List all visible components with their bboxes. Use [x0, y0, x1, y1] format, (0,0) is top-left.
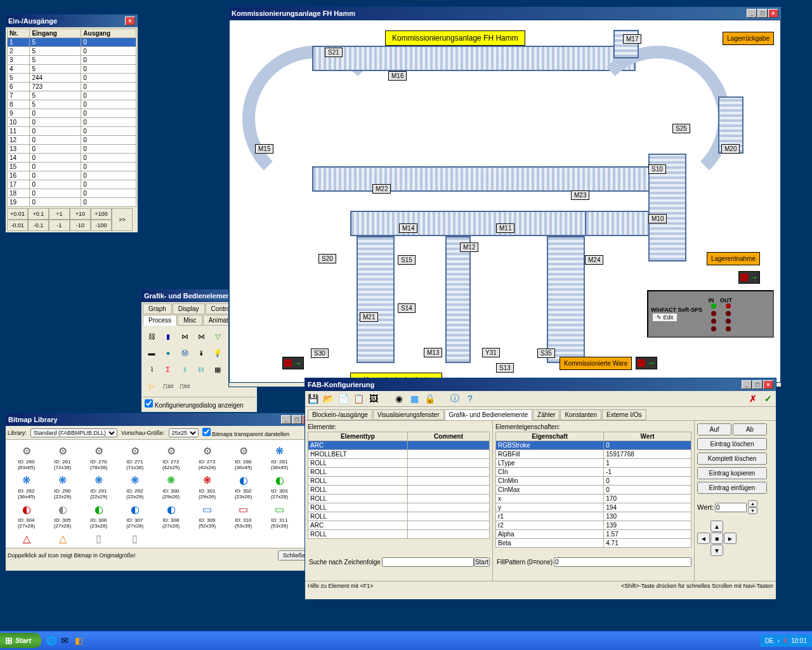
dec-button[interactable]: -0.01 [7, 220, 28, 231]
grid-icon[interactable]: ▦ [211, 363, 224, 376]
bitmap-item[interactable]: ◐ID: 306 (23x28) [82, 502, 115, 529]
spin-up[interactable]: ▲ [748, 500, 757, 507]
start-button[interactable]: Start [0, 633, 41, 648]
bitmap-item[interactable]: ❋ID: 291 (22x29) [82, 473, 115, 500]
palette-tab[interactable]: Misc [178, 315, 202, 326]
info-icon[interactable]: ⓘ [449, 393, 461, 404]
io-row[interactable]: 1800 [8, 189, 136, 198]
bitmap-titlebar[interactable]: Bitmap Library _ □ × [6, 413, 315, 426]
element-row[interactable]: ARC [308, 521, 490, 530]
bitmap-item[interactable]: ❋ID: 300 (29x26) [154, 473, 188, 500]
element-row[interactable]: ARC [308, 441, 490, 450]
nav-right[interactable]: ► [724, 533, 737, 544]
maximize-icon[interactable]: □ [757, 9, 768, 18]
tray-icon[interactable]: К [783, 637, 787, 644]
copy-button[interactable]: Eintrag kopieren [697, 467, 767, 479]
bitmap-item[interactable]: △ID: 320 (24x24) [10, 531, 43, 548]
minimize-icon[interactable]: _ [742, 380, 752, 389]
element-row[interactable]: HROLLBELT [308, 450, 490, 459]
bitmap-item[interactable]: ▯ID: 330 (26x61) [82, 531, 115, 548]
chain-icon[interactable]: ⛓ [145, 330, 158, 343]
browser-icon[interactable]: 🌐 [45, 635, 56, 646]
close-icon[interactable]: × [125, 17, 135, 25]
dec-button[interactable]: -0.1 [28, 220, 49, 231]
bitmap-item[interactable]: ⚙ID: 271 (71x38) [118, 444, 152, 470]
start-button[interactable]: Start [474, 557, 490, 567]
edit-button[interactable]: ✎ Edit [652, 313, 678, 322]
main-titlebar[interactable]: Kommissionierungsanlage FH Hamm _ □ × [229, 7, 781, 20]
io-row[interactable]: 67230 [8, 83, 136, 91]
element-row[interactable]: ROLL [308, 468, 490, 477]
prop-row[interactable]: r1130 [496, 512, 691, 521]
bitmap-item[interactable]: ◐ID: 305 (27x28) [46, 502, 79, 529]
bitmap-item[interactable]: ❋ID: 281 (36x45) [263, 444, 296, 470]
bitmap-item[interactable]: ❋ID: 292 (22x29) [118, 473, 152, 500]
auf-button[interactable]: Auf [697, 423, 731, 435]
fab-titlebar[interactable]: FAB-Konfigurierung _ □ × [305, 378, 776, 391]
element-row[interactable]: ROLL [308, 459, 490, 468]
paste-button[interactable]: Eintrag einfügen [697, 482, 767, 494]
io-row[interactable]: 150 [8, 38, 136, 47]
transparent-check[interactable]: Bitmaps transparent darstellen [202, 428, 290, 437]
bitmap-item[interactable]: ▭ID: 311 (53x39) [263, 502, 296, 529]
bitmap-item[interactable]: ▭ID: 310 (53x39) [226, 502, 260, 529]
io-row[interactable]: 900 [8, 109, 136, 118]
bulb-icon[interactable]: 💡 [211, 347, 224, 359]
bitmap-item[interactable]: ▯ID: 331 (26x61) [118, 531, 152, 548]
prop-row[interactable]: CIn-1 [496, 468, 691, 477]
triangle-icon[interactable]: ▽ [211, 330, 224, 343]
inc-button[interactable]: +1 [49, 208, 70, 220]
help-icon[interactable]: ? [464, 393, 476, 404]
io-row[interactable]: 1300 [8, 145, 136, 154]
prop-row[interactable]: CInMin0 [496, 477, 691, 486]
inc-button[interactable]: +0.1 [28, 208, 49, 220]
lock-icon[interactable]: 🔒 [424, 393, 435, 404]
mail-icon[interactable]: ✉ [59, 635, 70, 646]
spin-down[interactable]: ▼ [748, 507, 757, 514]
prop-row[interactable]: x170 [496, 494, 691, 503]
io-row[interactable]: 850 [8, 100, 136, 109]
palette-tab[interactable]: Process [143, 315, 177, 326]
bitmap-item[interactable]: ◐ID: 308 (27x28) [154, 502, 188, 529]
maximize-icon[interactable]: □ [292, 415, 302, 424]
grid-icon[interactable]: ▦ [409, 393, 420, 404]
close-icon[interactable]: × [763, 380, 773, 389]
io-row[interactable]: 1500 [8, 162, 136, 171]
bitmap-item[interactable]: ❋ID: 282 (36x45) [10, 473, 43, 500]
wert-input[interactable] [715, 503, 747, 512]
nav-down[interactable]: ▼ [710, 545, 723, 556]
fab-tab[interactable]: Externe I/Os [602, 409, 646, 420]
palette-dialog-check[interactable]: Konfigurierungsdialog anzeigen [145, 402, 244, 409]
delete-all-button[interactable]: Komplett löschen [697, 453, 767, 465]
lang-indicator[interactable]: DE [765, 637, 774, 644]
valve-icon[interactable]: ⋈ [178, 330, 191, 343]
palette-tab[interactable]: Graph [143, 303, 172, 314]
prop-row[interactable]: Beta4.71 [496, 539, 691, 548]
prop-row[interactable]: RGBStroke0 [496, 441, 691, 450]
element-row[interactable]: ROLL [308, 530, 490, 539]
io-row[interactable]: 450 [8, 65, 136, 74]
nav-up[interactable]: ▲ [710, 521, 723, 532]
io-row[interactable]: 350 [8, 56, 136, 65]
open-icon[interactable]: 📂 [322, 393, 334, 404]
fab-tab[interactable]: Zähler [533, 409, 560, 420]
bitmap-item[interactable]: ◐ID: 307 (27x28) [118, 502, 152, 529]
io-row[interactable]: 1700 [8, 180, 136, 189]
bitmap-item[interactable]: ◐ID: 303 (27x28) [263, 473, 296, 500]
minimize-icon[interactable]: _ [747, 9, 757, 18]
io-titlebar[interactable]: Ein-/Ausgänge × [6, 15, 138, 27]
copy-icon[interactable]: 📋 [353, 393, 364, 404]
prop-row[interactable]: r2139 [496, 521, 691, 530]
pipe-icon[interactable]: ▮ [162, 330, 174, 343]
img-icon[interactable]: 🖼 [368, 393, 379, 404]
ok-icon[interactable]: ✓ [763, 393, 774, 404]
thermo-icon[interactable]: 🌡 [195, 347, 207, 359]
dec-button[interactable]: -100 [91, 220, 112, 231]
inc-button[interactable]: +100 [91, 208, 112, 220]
coil-icon[interactable]: ⦀ [178, 363, 191, 376]
motor-icon[interactable]: Ⓜ [178, 347, 191, 359]
nav-left[interactable]: ◄ [697, 533, 710, 544]
stack-icon[interactable]: ⦀⦀ [195, 363, 207, 376]
spring-icon[interactable]: ⌇ [145, 363, 158, 376]
tray-icon[interactable]: ‹ [778, 637, 780, 644]
